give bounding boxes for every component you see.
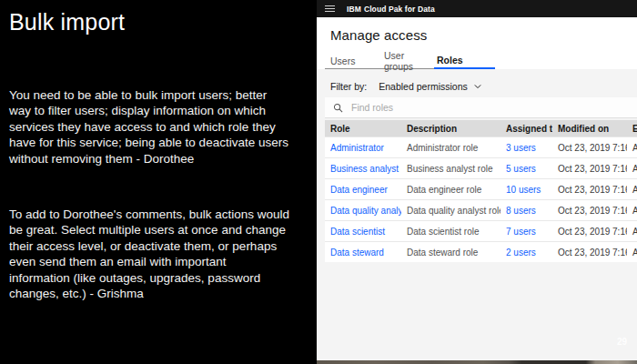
slide-panel: Bulk import You need to be able to bulk … — [0, 0, 317, 364]
enabled-permissions-value: Ac — [627, 158, 637, 178]
role-link[interactable]: Data engineer — [325, 179, 401, 199]
col-header-description[interactable]: Description — [401, 120, 500, 136]
role-description: Administrator role — [401, 137, 500, 157]
roles-table: Role Description Assigned to Modified on… — [325, 120, 637, 262]
table-row: Data quality analyst Data quality analys… — [325, 199, 637, 220]
table-row: Data steward Data steward role 2 users O… — [325, 241, 637, 262]
app-brand: IBMCloud Pak for Data — [347, 5, 435, 14]
enabled-permissions-value: Ac — [627, 242, 637, 262]
slide-paragraph-grishma: To add to Dorothee's comments, bulk acti… — [9, 207, 313, 301]
table-row: Administrator Administrator role 3 users… — [325, 136, 637, 157]
app-topbar: IBMCloud Pak for Data — [317, 0, 637, 17]
role-description: Data scientist role — [401, 221, 500, 241]
search-placeholder: Find roles — [351, 102, 393, 113]
filter-selected-value: Enabled permissions — [379, 81, 467, 92]
slide-paragraph-dorothee: You need to be able to bulk import users… — [9, 87, 313, 167]
modified-on-value: Oct 23, 2019 7:16 PM — [552, 221, 627, 241]
slide-number: 29 — [617, 337, 627, 347]
role-link[interactable]: Data quality analyst — [325, 200, 401, 220]
filter-row: Filter by: Enabled permissions — [330, 81, 481, 92]
chevron-down-icon — [474, 83, 481, 90]
brand-product: Cloud Pak for Data — [364, 5, 435, 14]
role-link[interactable]: Data scientist — [325, 221, 401, 241]
role-description: Data engineer role — [401, 179, 500, 199]
table-row: Data engineer Data engineer role 10 user… — [325, 178, 637, 199]
assigned-users-link[interactable]: 2 users — [500, 242, 552, 262]
screenshot-stage: Bulk import You need to be able to bulk … — [0, 0, 637, 364]
assigned-users-link[interactable]: 3 users — [500, 137, 552, 157]
slide-title: Bulk import — [9, 9, 125, 35]
table-header-row: Role Description Assigned to Modified on… — [325, 120, 637, 136]
video-timeline-strip — [317, 360, 637, 364]
col-header-assigned-to[interactable]: Assigned to — [500, 120, 552, 136]
menu-icon[interactable] — [325, 5, 335, 13]
filter-by-label: Filter by: — [330, 81, 367, 92]
role-link[interactable]: Administrator — [325, 137, 401, 157]
col-header-enabled[interactable]: En — [627, 120, 637, 136]
modified-on-value: Oct 23, 2019 7:16 PM — [552, 200, 627, 220]
modified-on-value: Oct 23, 2019 7:16 PM — [552, 137, 627, 157]
assigned-users-link[interactable]: 7 users — [500, 221, 552, 241]
enabled-permissions-value: Ac — [627, 137, 637, 157]
tab-bar: Users User groups Roles — [317, 53, 637, 69]
role-description: Data quality analyst role — [401, 200, 500, 220]
search-input[interactable]: Find roles — [325, 97, 637, 118]
modified-on-value: Oct 23, 2019 7:16 PM — [552, 242, 627, 262]
assigned-users-link[interactable]: 5 users — [500, 158, 552, 178]
assigned-users-link[interactable]: 10 users — [500, 179, 552, 199]
brand-ibm: IBM — [347, 5, 361, 14]
page-title: Manage access — [330, 27, 427, 43]
search-icon — [333, 103, 343, 113]
enabled-permissions-value: Ac — [627, 179, 637, 199]
enabled-permissions-value: Ac — [627, 221, 637, 241]
permissions-filter-dropdown[interactable]: Enabled permissions — [379, 81, 480, 92]
app-panel: IBMCloud Pak for Data Manage access User… — [317, 0, 637, 364]
enabled-permissions-value: Ac — [627, 200, 637, 220]
col-header-modified-on[interactable]: Modified on — [552, 120, 627, 136]
tab-roles[interactable]: Roles — [434, 53, 495, 69]
tab-bar-spacer — [495, 53, 637, 69]
table-row: Data scientist Data scientist role 7 use… — [325, 220, 637, 241]
page-header: Manage access — [317, 17, 637, 53]
assigned-users-link[interactable]: 8 users — [500, 200, 552, 220]
tab-users[interactable]: Users — [325, 53, 379, 69]
table-row: Business analyst Business analyst role 5… — [325, 157, 637, 178]
col-header-role[interactable]: Role — [325, 120, 401, 136]
role-description: Business analyst role — [401, 158, 500, 178]
modified-on-value: Oct 23, 2019 7:16 PM — [552, 158, 627, 178]
tab-user-groups[interactable]: User groups — [379, 53, 434, 69]
role-description: Data steward role — [401, 242, 500, 262]
role-link[interactable]: Business analyst — [325, 158, 401, 178]
modified-on-value: Oct 23, 2019 7:16 PM — [552, 179, 627, 199]
role-link[interactable]: Data steward — [325, 242, 401, 262]
